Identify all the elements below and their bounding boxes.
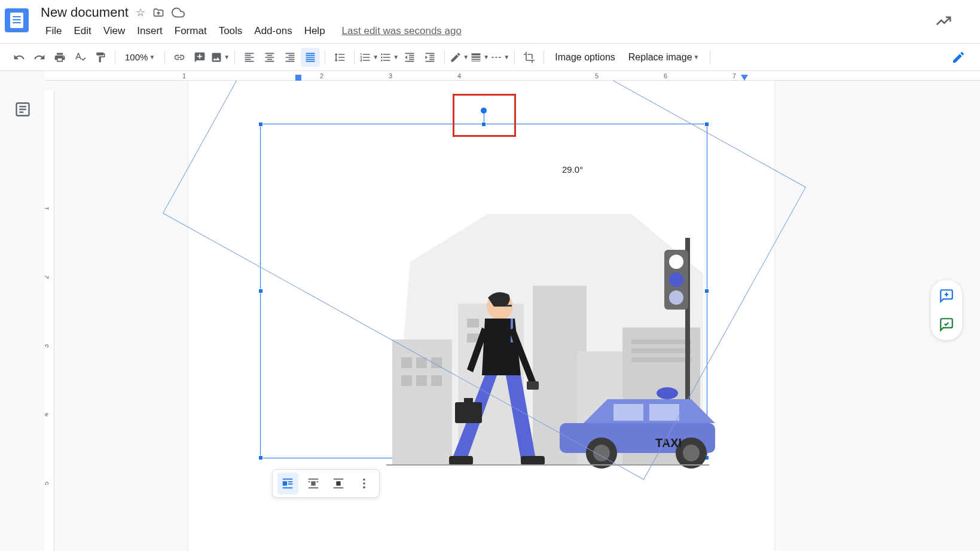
replace-image-button[interactable]: Replace image▼	[622, 50, 706, 65]
activity-icon[interactable]	[935, 12, 952, 30]
spellcheck-button[interactable]	[71, 48, 90, 67]
undo-button[interactable]	[10, 48, 29, 67]
svg-rect-0	[492, 57, 494, 58]
ruler-tick: 6	[664, 72, 667, 79]
decrease-indent-button[interactable]	[400, 48, 419, 67]
image-options-button[interactable]: Image options	[549, 50, 621, 65]
svg-rect-27	[631, 357, 691, 362]
svg-rect-15	[431, 357, 442, 368]
vertical-ruler[interactable]: 1 2 3 4 5	[45, 90, 54, 551]
resize-handle-ml[interactable]	[258, 289, 263, 293]
ruler-tick: 4	[457, 72, 461, 79]
menu-insert[interactable]: Insert	[132, 23, 167, 39]
wrap-inline-button[interactable]	[277, 473, 298, 494]
menu-addons[interactable]: Add-ons	[249, 23, 297, 39]
canvas-area: 1 2 3 4 5 6 7 1 2 3 4 5	[0, 71, 980, 551]
print-button[interactable]	[50, 48, 69, 67]
document-page[interactable]: TAXI	[188, 81, 774, 551]
separator	[710, 50, 710, 65]
star-icon[interactable]: ☆	[136, 6, 145, 19]
separator	[514, 50, 515, 65]
editing-mode-button[interactable]	[949, 48, 968, 67]
ruler-tick: 2	[45, 276, 50, 279]
crop-button[interactable]	[520, 48, 539, 67]
selected-image[interactable]: TAXI	[260, 124, 707, 458]
add-comment-side-button[interactable]	[936, 285, 957, 307]
ruler-tick: 5	[45, 482, 50, 485]
image-wrap-toolbar	[272, 469, 380, 498]
numbered-list-button[interactable]: ▼	[359, 48, 378, 67]
add-comment-button[interactable]	[190, 48, 209, 67]
svg-rect-52	[288, 481, 292, 482]
wrap-break-button[interactable]	[328, 473, 349, 494]
line-spacing-button[interactable]	[330, 48, 349, 67]
svg-rect-46	[527, 381, 539, 390]
rotate-handle[interactable]	[481, 108, 487, 114]
svg-rect-50	[283, 479, 293, 480]
document-title[interactable]: New document	[41, 5, 129, 20]
insert-image-button[interactable]: ▼	[210, 48, 230, 67]
svg-rect-44	[449, 456, 473, 465]
menu-file[interactable]: File	[41, 23, 66, 39]
svg-rect-48	[464, 398, 473, 403]
svg-point-40	[683, 445, 700, 461]
align-center-button[interactable]	[260, 48, 279, 67]
last-edit-info[interactable]: Last edit was seconds ago	[342, 25, 462, 37]
svg-rect-34	[613, 404, 643, 421]
suggest-edit-side-button[interactable]	[936, 314, 957, 335]
docs-logo[interactable]	[5, 8, 29, 32]
border-dash-button[interactable]: ▼	[490, 48, 509, 67]
ruler-tick: 1	[45, 207, 50, 210]
header-right	[935, 5, 970, 30]
move-icon[interactable]	[152, 7, 164, 19]
svg-point-32	[669, 290, 683, 305]
svg-rect-60	[334, 479, 344, 480]
menu-tools[interactable]: Tools	[214, 23, 248, 39]
separator	[325, 50, 325, 65]
app-header: New document ☆ File Edit View Insert For…	[0, 0, 980, 44]
outline-panel	[0, 71, 45, 551]
svg-rect-19	[467, 319, 479, 327]
svg-rect-54	[283, 487, 293, 488]
svg-point-64	[363, 482, 365, 485]
left-indent-marker[interactable]	[295, 75, 301, 81]
svg-rect-1	[496, 57, 497, 58]
menu-help[interactable]: Help	[300, 23, 330, 39]
svg-rect-2	[499, 57, 500, 58]
align-right-button[interactable]	[280, 48, 300, 67]
resize-handle-tr[interactable]	[704, 122, 709, 127]
resize-handle-bl[interactable]	[258, 455, 263, 460]
more-options-button[interactable]	[354, 473, 375, 494]
ruler-tick: 7	[732, 72, 736, 79]
right-indent-marker[interactable]	[741, 75, 748, 81]
title-area: New document ☆ File Edit View Insert For…	[41, 5, 935, 39]
border-weight-button[interactable]: ▼	[470, 48, 489, 67]
paint-format-button[interactable]	[91, 48, 110, 67]
resize-handle-tm[interactable]	[481, 122, 486, 127]
cloud-status-icon[interactable]	[172, 6, 185, 19]
menu-format[interactable]: Format	[170, 23, 212, 39]
menu-view[interactable]: View	[99, 23, 130, 39]
separator	[444, 50, 445, 65]
ruler-tick: 5	[595, 72, 599, 79]
separator	[164, 50, 165, 65]
svg-rect-53	[288, 483, 292, 485]
svg-rect-13	[401, 357, 412, 368]
horizontal-ruler[interactable]: 1 2 3 4 5 6 7	[45, 71, 980, 81]
insert-link-button[interactable]	[170, 48, 189, 67]
toolbar: 100%▼ ▼ ▼ ▼ ▼ ▼ ▼ Image options Replace …	[0, 44, 980, 71]
bulleted-list-button[interactable]: ▼	[380, 48, 399, 67]
redo-button[interactable]	[30, 48, 49, 67]
align-justify-button[interactable]	[301, 48, 320, 67]
align-left-button[interactable]	[240, 48, 259, 67]
wrap-text-button[interactable]	[303, 473, 324, 494]
zoom-dropdown[interactable]: 100%▼	[120, 50, 160, 65]
resize-handle-tl[interactable]	[258, 122, 263, 127]
increase-indent-button[interactable]	[420, 48, 439, 67]
svg-rect-62	[334, 487, 344, 488]
svg-rect-57	[309, 481, 310, 482]
outline-toggle-icon[interactable]	[14, 101, 31, 118]
menu-edit[interactable]: Edit	[69, 23, 96, 39]
ruler-tick: 1	[182, 72, 186, 79]
border-color-button[interactable]: ▼	[450, 48, 469, 67]
